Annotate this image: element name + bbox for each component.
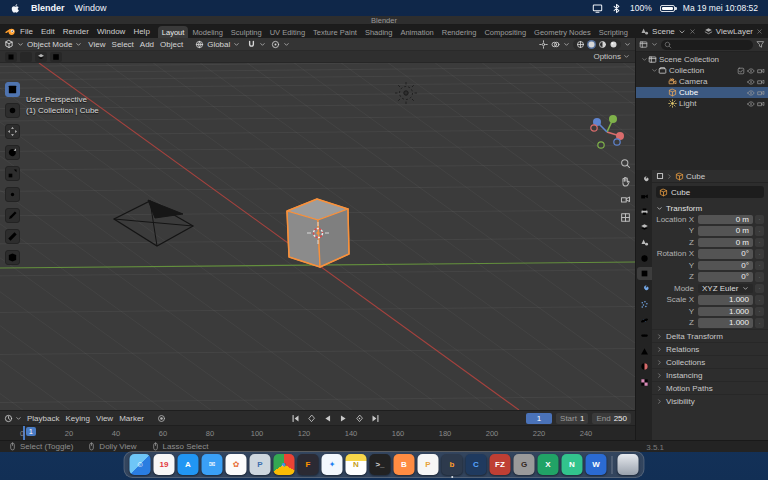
- outliner-row-camera[interactable]: Camera: [636, 76, 768, 87]
- chevron-down-icon[interactable]: [678, 28, 686, 36]
- jump-end-button[interactable]: [368, 412, 382, 424]
- animate-property-button[interactable]: ·: [755, 238, 764, 248]
- dock-app-terminal[interactable]: >_: [370, 454, 391, 475]
- section-motion-paths[interactable]: Motion Paths: [652, 381, 768, 394]
- viewlayer-selector[interactable]: ViewLayer: [716, 27, 753, 36]
- value-field[interactable]: 0°: [698, 261, 753, 271]
- properties-tab-world[interactable]: [637, 252, 652, 265]
- section-delta-transform[interactable]: Delta Transform: [652, 329, 768, 342]
- apple-menu-icon[interactable]: [10, 3, 21, 14]
- viewport-menu-object[interactable]: Object: [157, 40, 186, 49]
- dock-app-excel[interactable]: X: [538, 454, 559, 475]
- chevron-down-icon[interactable]: [233, 41, 240, 48]
- dock-app-numbers[interactable]: N: [562, 454, 583, 475]
- options-dropdown[interactable]: Options: [593, 52, 621, 61]
- dock-app-photos[interactable]: ✿: [226, 454, 247, 475]
- eye-icon[interactable]: [747, 100, 755, 108]
- properties-tab-texture[interactable]: [637, 376, 652, 389]
- dock-app-preview[interactable]: P: [250, 454, 271, 475]
- value-field[interactable]: 0 m: [698, 226, 753, 236]
- outliner-row-collection[interactable]: Collection: [636, 65, 768, 76]
- tool-cursor[interactable]: [5, 103, 20, 118]
- properties-tab-material[interactable]: [637, 360, 652, 373]
- tool-rotate[interactable]: [5, 145, 20, 160]
- dock-app-finder[interactable]: ☺: [130, 454, 151, 475]
- select-mode-intersect-button[interactable]: [50, 52, 62, 62]
- navigation-gizmo[interactable]: [585, 108, 629, 152]
- current-frame-field[interactable]: 1: [526, 413, 552, 424]
- viewport-menu-select[interactable]: Select: [109, 40, 137, 49]
- value-field[interactable]: 1.000: [698, 307, 753, 317]
- menubar-app-name[interactable]: Blender: [31, 3, 65, 13]
- eye-icon[interactable]: [747, 89, 755, 97]
- dock-app-blender[interactable]: b: [442, 454, 463, 475]
- workspace-tab-compositing[interactable]: Compositing: [480, 26, 530, 38]
- camera-toggle-icon[interactable]: [757, 100, 765, 108]
- snap-magnet-icon[interactable]: [247, 40, 256, 49]
- chevron-down-icon[interactable]: [75, 41, 82, 48]
- prev-keyframe-button[interactable]: [304, 412, 318, 424]
- timeline-menu-marker[interactable]: Marker: [116, 414, 147, 423]
- workspace-tab-animation[interactable]: Animation: [396, 26, 437, 38]
- outliner-row-light[interactable]: Light: [636, 98, 768, 109]
- shading-material-icon[interactable]: [598, 40, 607, 49]
- topbar-menu-edit[interactable]: Edit: [37, 27, 59, 36]
- screen-mirroring-icon[interactable]: [592, 3, 603, 14]
- value-field[interactable]: 0°: [698, 249, 753, 259]
- editor-type-icon[interactable]: [4, 39, 14, 49]
- shading-wireframe-icon[interactable]: [576, 40, 585, 49]
- dock-app-gimp[interactable]: G: [514, 454, 535, 475]
- properties-tab-render[interactable]: [637, 190, 652, 203]
- properties-tab-output[interactable]: [637, 205, 652, 218]
- properties-tab-particles[interactable]: [637, 298, 652, 311]
- section-instancing[interactable]: Instancing: [652, 368, 768, 381]
- value-field[interactable]: 0 m: [698, 238, 753, 248]
- disclosure-icon[interactable]: [661, 100, 668, 107]
- animate-property-button[interactable]: ·: [755, 272, 764, 282]
- animate-property-button[interactable]: ·: [755, 284, 764, 294]
- outliner-row-cube[interactable]: Cube: [636, 87, 768, 98]
- mode-dropdown[interactable]: Object Mode: [27, 40, 72, 49]
- value-field[interactable]: 1.000: [698, 295, 753, 305]
- timeline-menu-view[interactable]: View: [93, 414, 116, 423]
- menubar-clock[interactable]: Ma 19 mei 10:08:52: [683, 3, 758, 13]
- viewport-menu-view[interactable]: View: [85, 40, 108, 49]
- properties-tab-view-layer[interactable]: [637, 221, 652, 234]
- overlays-toggle-icon[interactable]: [551, 40, 560, 49]
- disclosure-icon[interactable]: [661, 89, 668, 96]
- timeline-menu-keying[interactable]: Keying: [62, 414, 92, 423]
- outliner-editor-icon[interactable]: [639, 40, 648, 49]
- proportional-editing-icon[interactable]: [271, 40, 280, 49]
- camera-toggle-icon[interactable]: [757, 78, 765, 86]
- section-visibility[interactable]: Visibility: [652, 394, 768, 407]
- eye-icon[interactable]: [747, 78, 755, 86]
- workspace-tab-modeling[interactable]: Modeling: [188, 26, 226, 38]
- transform-panel-header[interactable]: Transform: [656, 202, 764, 214]
- tool-move[interactable]: [5, 124, 20, 139]
- topbar-menu-render[interactable]: Render: [59, 27, 93, 36]
- workspace-tab-scripting[interactable]: Scripting: [595, 26, 632, 38]
- shading-rendered-icon[interactable]: [609, 40, 618, 49]
- dock-app-firefox[interactable]: F: [298, 454, 319, 475]
- play-reverse-button[interactable]: [320, 412, 334, 424]
- tool-select-box[interactable]: [5, 82, 20, 97]
- orientation-globe-icon[interactable]: [195, 40, 204, 49]
- disclosure-icon[interactable]: [641, 56, 648, 63]
- animate-property-button[interactable]: ·: [755, 261, 764, 271]
- animate-property-button[interactable]: ·: [755, 215, 764, 225]
- tool-add-cube[interactable]: [5, 250, 20, 265]
- blender-logo-icon[interactable]: [5, 26, 16, 37]
- select-mode-new-button[interactable]: [5, 52, 17, 62]
- chevron-down-icon[interactable]: [15, 415, 22, 422]
- dock-app-word[interactable]: W: [586, 454, 607, 475]
- timeline-editor-icon[interactable]: [4, 414, 13, 423]
- tool-measure[interactable]: [5, 229, 20, 244]
- tool-annotate[interactable]: [5, 208, 20, 223]
- properties-tab-physics[interactable]: [637, 314, 652, 327]
- window-titlebar[interactable]: Blender: [0, 16, 768, 25]
- scene-unlink-icon[interactable]: [689, 28, 696, 35]
- select-mode-extend-button[interactable]: [20, 52, 32, 62]
- camera-toggle-icon[interactable]: [757, 67, 765, 75]
- timeline-menu-playback[interactable]: Playback: [24, 414, 62, 423]
- animate-property-button[interactable]: ·: [755, 318, 764, 328]
